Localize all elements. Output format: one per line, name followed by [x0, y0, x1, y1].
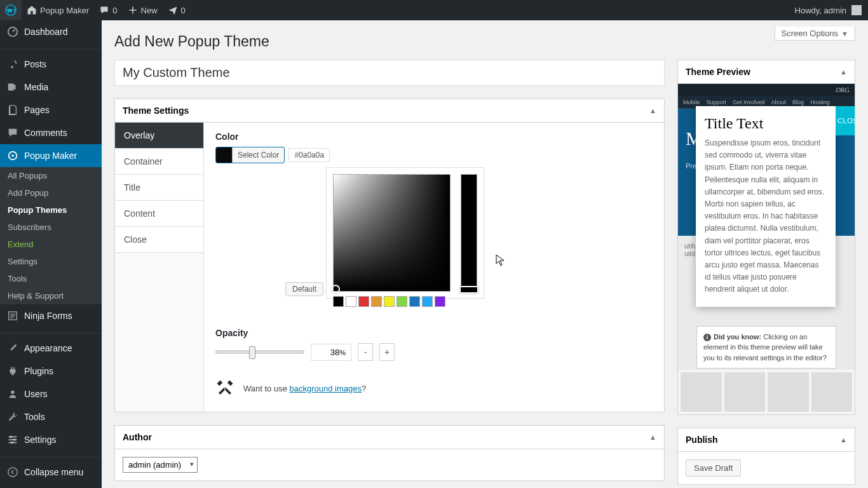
- color-swatch: [216, 147, 233, 163]
- sidebar-collapse[interactable]: Collapse menu: [0, 461, 102, 484]
- svg-point-5: [11, 391, 14, 394]
- preview-canvas: .ORG MobileSupportGet InvolvedAboutBlogH…: [678, 84, 855, 414]
- popup-icon: [6, 149, 19, 162]
- sub-help[interactable]: Help & Support: [0, 287, 102, 304]
- saturation-handle[interactable]: [331, 285, 340, 294]
- main-content: Screen Options▼ Add New Popup Theme Them…: [102, 20, 868, 488]
- sidebar-posts[interactable]: Posts: [0, 53, 102, 76]
- comments-icon: [6, 126, 19, 139]
- sidebar-ninja-forms[interactable]: Ninja Forms: [0, 304, 102, 327]
- sidebar-tools[interactable]: Tools: [0, 405, 102, 428]
- sub-popup-themes[interactable]: Popup Themes: [0, 201, 102, 219]
- sliders-icon: [6, 433, 19, 446]
- preview-popup[interactable]: CLOSE Title Text Suspendisse ipsum eros,…: [696, 106, 836, 307]
- opacity-slider[interactable]: [215, 350, 304, 354]
- theme-preview-header[interactable]: Theme Preview▲: [678, 60, 855, 84]
- theme-title-input[interactable]: [114, 60, 665, 86]
- pin-icon: [6, 58, 19, 71]
- preview-org: .ORG: [678, 84, 855, 96]
- preview-tip: iDid you know: Clicking on an element in…: [696, 326, 836, 369]
- palette-red[interactable]: [358, 296, 369, 307]
- preview-popup-title[interactable]: Title Text: [705, 115, 827, 132]
- sub-all-popups[interactable]: All Popups: [0, 167, 102, 184]
- sidebar-dashboard[interactable]: Dashboard: [0, 20, 102, 43]
- wrench-icon: [6, 410, 19, 423]
- tab-title[interactable]: Title: [115, 175, 203, 201]
- wp-logo[interactable]: [0, 0, 22, 20]
- tools-icon: [215, 379, 234, 398]
- sub-add-popup[interactable]: Add Popup: [0, 184, 102, 201]
- sidebar-popup-maker[interactable]: Popup Maker: [0, 144, 102, 167]
- author-select[interactable]: admin (admin): [123, 457, 198, 473]
- hue-handle[interactable]: [459, 286, 478, 294]
- new-link[interactable]: New: [123, 0, 163, 20]
- opacity-value[interactable]: 38%: [311, 344, 351, 361]
- opacity-decrement[interactable]: -: [358, 343, 373, 361]
- collapse-icon: [6, 466, 19, 478]
- tab-close[interactable]: Close: [115, 227, 203, 253]
- bg-hint: Want to use background images?: [215, 379, 653, 398]
- palette-blue[interactable]: [409, 296, 420, 307]
- sidebar-users[interactable]: Users: [0, 383, 102, 405]
- chevron-up-icon: ▲: [840, 436, 847, 444]
- opacity-increment[interactable]: +: [379, 343, 395, 361]
- screen-options-toggle[interactable]: Screen Options▼: [775, 27, 856, 41]
- settings-tabs: Overlay Container Title Content Close: [115, 123, 204, 412]
- palette-white[interactable]: [346, 296, 356, 307]
- color-label: Color: [215, 132, 653, 142]
- admin-sidebar: Dashboard Posts Media Pages Comments Pop…: [0, 20, 102, 488]
- select-color-button[interactable]: Select Color: [215, 147, 285, 163]
- preview-close-button[interactable]: CLOSE: [836, 106, 855, 135]
- sub-settings[interactable]: Settings: [0, 253, 102, 270]
- sub-extend[interactable]: Extend: [0, 236, 102, 253]
- publish-header[interactable]: Publish▲: [678, 428, 855, 452]
- opacity-label: Opacity: [215, 328, 653, 338]
- svg-point-7: [13, 438, 16, 441]
- sidebar-pages[interactable]: Pages: [0, 98, 102, 121]
- preview-popup-body[interactable]: Suspendisse ipsum eros, tincidunt sed co…: [705, 137, 827, 295]
- theme-preview-box: Theme Preview▲ .ORG MobileSupportGet Inv…: [677, 60, 855, 415]
- theme-settings-header[interactable]: Theme Settings▲: [115, 99, 664, 123]
- tab-overlay[interactable]: Overlay: [115, 123, 203, 149]
- plug-icon: [6, 365, 19, 377]
- tab-content[interactable]: Content: [115, 201, 203, 227]
- chevron-up-icon: ▲: [649, 433, 656, 441]
- plane-link[interactable]: 0: [163, 0, 191, 20]
- palette-orange[interactable]: [371, 296, 382, 307]
- hue-slider[interactable]: [461, 174, 477, 292]
- palette-purple[interactable]: [435, 296, 445, 307]
- media-icon: [6, 81, 19, 93]
- admin-bar: Popup Maker 0 New 0 Howdy, admin: [0, 0, 868, 20]
- avatar-icon: [851, 5, 862, 15]
- sidebar-settings[interactable]: Settings: [0, 428, 102, 451]
- palette-green[interactable]: [397, 296, 407, 307]
- author-header[interactable]: Author▲: [115, 426, 664, 449]
- theme-settings-box: Theme Settings▲ Overlay Container Title …: [114, 98, 665, 412]
- comments-link[interactable]: 0: [94, 0, 122, 20]
- color-default-button[interactable]: Default: [285, 282, 323, 296]
- site-link[interactable]: Popup Maker: [22, 0, 94, 20]
- save-draft-button[interactable]: Save Draft: [686, 459, 741, 477]
- color-picker: [326, 167, 484, 299]
- sidebar-appearance[interactable]: Appearance: [0, 337, 102, 360]
- brush-icon: [6, 342, 19, 355]
- sub-tools[interactable]: Tools: [0, 270, 102, 287]
- author-box: Author▲ admin (admin): [114, 425, 665, 481]
- palette-yellow[interactable]: [384, 296, 395, 307]
- palette-row: [333, 296, 445, 307]
- svg-point-9: [8, 468, 17, 477]
- sub-subscribers[interactable]: Subscribers: [0, 219, 102, 236]
- sidebar-comments[interactable]: Comments: [0, 121, 102, 144]
- sidebar-media[interactable]: Media: [0, 76, 102, 98]
- saturation-area[interactable]: [333, 174, 451, 292]
- howdy-link[interactable]: Howdy, admin: [795, 5, 868, 15]
- opacity-handle[interactable]: [249, 346, 255, 359]
- palette-black[interactable]: [333, 296, 344, 307]
- sidebar-plugins[interactable]: Plugins: [0, 360, 102, 383]
- publish-box: Publish▲ Save Draft: [677, 428, 855, 485]
- chevron-up-icon: ▲: [840, 68, 847, 76]
- tab-container[interactable]: Container: [115, 149, 203, 175]
- form-icon: [6, 309, 19, 322]
- bg-images-link[interactable]: background images: [290, 384, 362, 393]
- palette-lightblue[interactable]: [422, 296, 433, 307]
